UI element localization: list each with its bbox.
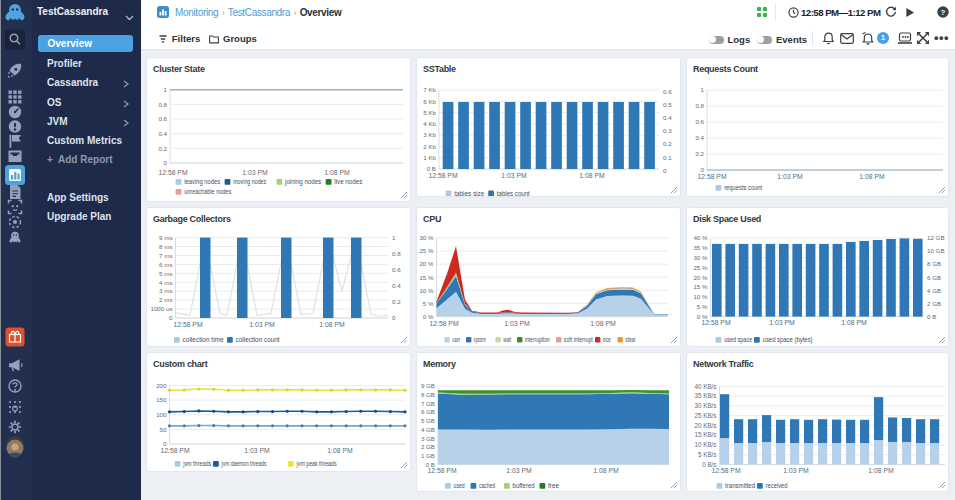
svg-text:12:58 PM: 12:58 PM xyxy=(160,447,189,454)
svg-text:4 GB: 4 GB xyxy=(421,426,435,433)
svg-text:12:58 PM: 12:58 PM xyxy=(701,319,730,326)
svg-text:0.2: 0.2 xyxy=(158,145,167,152)
svg-text:7 ms: 7 ms xyxy=(159,252,172,259)
svg-text:8 GB: 8 GB xyxy=(421,391,435,398)
svg-text:user: user xyxy=(452,336,460,343)
svg-text:0.2: 0.2 xyxy=(663,140,672,147)
svg-text:7 GB: 7 GB xyxy=(421,400,435,407)
svg-text:5 GB: 5 GB xyxy=(421,417,435,424)
svg-text:20 KB/s: 20 KB/s xyxy=(694,422,716,429)
svg-text:7 Kb: 7 Kb xyxy=(423,86,436,93)
svg-text:?: ? xyxy=(941,8,946,17)
svg-text:1:03 PM: 1:03 PM xyxy=(783,467,809,474)
svg-text:leaving nodes: leaving nodes xyxy=(184,178,221,186)
svg-text:0.1: 0.1 xyxy=(663,154,672,161)
svg-text:received: received xyxy=(766,482,788,489)
svg-text:15 KB/s: 15 KB/s xyxy=(694,431,716,438)
svg-text:cached: cached xyxy=(479,482,495,489)
svg-text:unreachable nodes: unreachable nodes xyxy=(184,188,231,195)
svg-text:used space: used space xyxy=(724,336,752,344)
svg-text:15 %: 15 % xyxy=(419,274,434,281)
svg-text:1:03 PM: 1:03 PM xyxy=(504,320,530,327)
svg-text:30 KB/s: 30 KB/s xyxy=(694,402,716,409)
svg-text:200: 200 xyxy=(156,382,167,389)
svg-text:system: system xyxy=(474,336,486,344)
svg-text:5 %: 5 % xyxy=(423,300,434,307)
svg-text:100: 100 xyxy=(156,411,167,418)
svg-text:0.4: 0.4 xyxy=(663,114,672,121)
svg-text:0.4: 0.4 xyxy=(695,134,704,141)
svg-text:interruption: interruption xyxy=(525,336,550,344)
svg-text:12:58 PM: 12:58 PM xyxy=(429,320,458,327)
svg-text:10 %: 10 % xyxy=(419,287,434,294)
svg-text:tables size: tables size xyxy=(454,190,484,196)
svg-text:5 Kb: 5 Kb xyxy=(423,109,436,116)
svg-text:jvm peak threads: jvm peak threads xyxy=(296,460,337,468)
svg-text:9 ms: 9 ms xyxy=(159,234,172,241)
svg-text:live nodes: live nodes xyxy=(334,178,363,185)
svg-text:50: 50 xyxy=(160,426,167,433)
svg-text:3 GB: 3 GB xyxy=(421,435,435,442)
svg-text:0.8: 0.8 xyxy=(392,250,401,257)
svg-text:2 Kb: 2 Kb xyxy=(423,143,436,150)
svg-text:used: used xyxy=(454,482,465,489)
svg-text:1:03 PM: 1:03 PM xyxy=(777,173,803,180)
svg-text:4 Kb: 4 Kb xyxy=(423,120,436,127)
svg-text:6 GB: 6 GB xyxy=(421,408,435,415)
svg-text:5 ms: 5 ms xyxy=(159,270,172,277)
svg-text:0.6: 0.6 xyxy=(663,88,672,95)
svg-text:0 B: 0 B xyxy=(927,313,936,320)
svg-text:0.8: 0.8 xyxy=(695,102,704,109)
svg-text:6 GB: 6 GB xyxy=(927,274,941,281)
svg-text:3 Kb: 3 Kb xyxy=(423,131,436,138)
svg-text:buffered: buffered xyxy=(513,482,535,489)
svg-text:35 KB/s: 35 KB/s xyxy=(694,392,716,399)
svg-text:0.8: 0.8 xyxy=(158,101,167,108)
svg-text:1:08 PM: 1:08 PM xyxy=(841,319,867,326)
svg-text:12:58 PM: 12:58 PM xyxy=(427,467,456,474)
svg-text:steal: steal xyxy=(625,336,635,343)
svg-text:1:08 PM: 1:08 PM xyxy=(859,173,885,180)
svg-text:10 %: 10 % xyxy=(693,293,708,300)
svg-text:5 KB/s: 5 KB/s xyxy=(698,451,717,458)
svg-text:3 ms: 3 ms xyxy=(159,287,172,294)
svg-text:0: 0 xyxy=(169,314,173,321)
svg-text:tables count: tables count xyxy=(497,190,530,196)
svg-text:30 %: 30 % xyxy=(419,234,434,241)
svg-text:2 GB: 2 GB xyxy=(421,443,435,450)
svg-text:8 ms: 8 ms xyxy=(159,243,172,250)
svg-text:12:58 PM: 12:58 PM xyxy=(711,467,740,474)
svg-text:0: 0 xyxy=(164,159,168,166)
svg-text:6 Kb: 6 Kb xyxy=(423,98,436,105)
svg-text:wait: wait xyxy=(502,336,511,343)
svg-text:nice: nice xyxy=(603,336,611,343)
svg-text:jvm threads: jvm threads xyxy=(182,460,211,468)
svg-text:25 %: 25 % xyxy=(693,264,708,271)
svg-text:requests count: requests count xyxy=(724,184,762,192)
svg-text:1:08 PM: 1:08 PM xyxy=(590,320,616,327)
svg-text:20 %: 20 % xyxy=(693,274,708,281)
svg-text:1:08 PM: 1:08 PM xyxy=(593,467,619,474)
svg-text:1:08 PM: 1:08 PM xyxy=(579,172,605,179)
svg-text:1:03 PM: 1:03 PM xyxy=(242,169,268,176)
svg-text:1:08 PM: 1:08 PM xyxy=(319,321,345,328)
svg-text:0.6: 0.6 xyxy=(695,118,704,125)
svg-text:moving nodes: moving nodes xyxy=(233,178,266,186)
svg-text:0.2: 0.2 xyxy=(695,150,704,157)
svg-text:transmitted: transmitted xyxy=(725,482,755,489)
svg-text:9 GB: 9 GB xyxy=(421,382,435,389)
svg-text:1:03 PM: 1:03 PM xyxy=(769,319,795,326)
svg-text:1 Kb: 1 Kb xyxy=(423,154,436,161)
svg-text:0.4: 0.4 xyxy=(158,130,167,137)
svg-text:jvm daemon threads: jvm daemon threads xyxy=(221,460,267,468)
svg-text:free: free xyxy=(548,482,559,489)
svg-text:0.6: 0.6 xyxy=(158,115,167,122)
svg-text:0: 0 xyxy=(663,167,667,174)
svg-text:12 GB: 12 GB xyxy=(927,234,945,241)
svg-text:12:58 PM: 12:58 PM xyxy=(697,173,726,180)
svg-text:35 %: 35 % xyxy=(693,244,708,251)
svg-text:0: 0 xyxy=(392,314,396,321)
svg-text:1: 1 xyxy=(164,86,168,93)
svg-text:4 ms: 4 ms xyxy=(159,279,172,286)
svg-text:1: 1 xyxy=(701,86,705,93)
